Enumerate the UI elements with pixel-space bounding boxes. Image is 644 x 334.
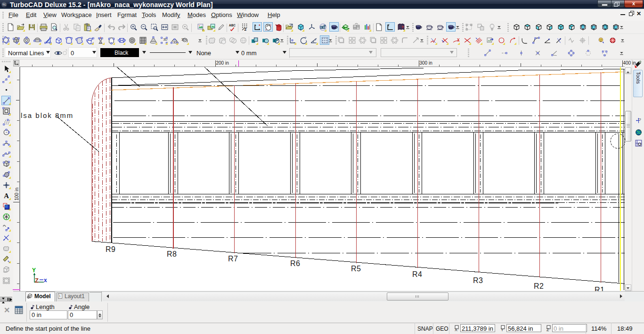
svg-text:Y: Y — [32, 267, 36, 274]
svg-text:x: x — [44, 277, 47, 284]
svg-text:Y: Y — [269, 24, 271, 27]
svg-text:R1: R1 — [595, 286, 604, 291]
svg-text:R2: R2 — [534, 282, 544, 290]
svg-text:R6: R6 — [290, 259, 300, 267]
svg-text:?: ? — [315, 38, 317, 42]
svg-text:Y: Y — [501, 327, 504, 332]
svg-text:R9: R9 — [106, 245, 115, 253]
svg-text:?: ? — [639, 117, 641, 121]
svg-text:2: 2 — [244, 27, 246, 31]
svg-text:ABC: ABC — [229, 24, 236, 27]
svg-text:X: X — [455, 327, 457, 332]
svg-text:?: ? — [304, 36, 306, 40]
svg-text:lsa blok 8mm: lsa blok 8mm — [21, 111, 73, 119]
svg-text:x: x — [265, 28, 267, 31]
svg-text:1: 1 — [59, 294, 61, 298]
svg-text:R3: R3 — [473, 276, 483, 284]
svg-text:R8: R8 — [167, 250, 177, 258]
svg-text:R5: R5 — [351, 265, 361, 273]
svg-text:Z: Z — [546, 327, 549, 332]
svg-text:3D: 3D — [181, 38, 186, 41]
svg-text:R7: R7 — [228, 255, 238, 263]
svg-text:Z: Z — [35, 277, 39, 284]
svg-text:R4: R4 — [412, 270, 422, 278]
